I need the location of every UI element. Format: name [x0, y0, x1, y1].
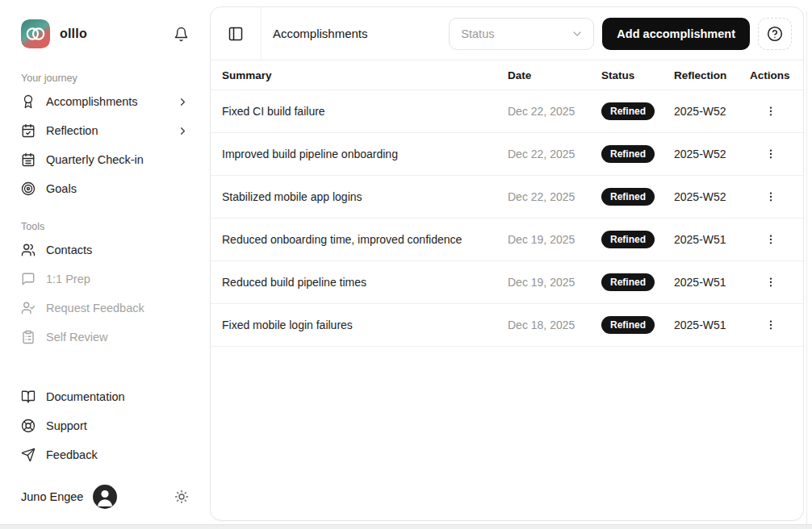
sidebar-item-contacts[interactable]: Contacts: [21, 235, 189, 264]
sidebar-item-label: Self Review: [46, 331, 108, 344]
row-actions-menu-icon[interactable]: [760, 143, 782, 165]
column-header-status: Status: [601, 69, 672, 81]
row-summary: Reduced onboarding time, improved confid…: [222, 233, 506, 246]
table-row[interactable]: Fixed mobile login failures Dec 18, 2025…: [211, 304, 803, 347]
accomplishments-panel: Accomplishments Status Add accomplishmen…: [210, 6, 804, 521]
sidebar-header: olllo: [21, 18, 189, 50]
sidebar-item-accomplishments[interactable]: Accomplishments: [21, 87, 189, 116]
avatar[interactable]: [93, 485, 117, 509]
status-badge: Refined: [601, 231, 655, 248]
app-logo: [21, 19, 50, 48]
status-badge: Refined: [601, 102, 655, 120]
row-reflection: 2025-W52: [674, 148, 748, 160]
table-row[interactable]: Stabilized mobile app logins Dec 22, 202…: [211, 176, 803, 219]
row-date: Dec 22, 2025: [508, 190, 600, 203]
row-reflection: 2025-W52: [674, 105, 748, 118]
column-header-date: Date: [508, 69, 600, 81]
book-open-icon: [21, 389, 36, 404]
sidebar-item-support[interactable]: Support: [21, 411, 189, 440]
sidebar-item-self-review[interactable]: Self Review: [21, 323, 189, 352]
status-badge: Refined: [601, 273, 655, 291]
page-title: Accomplishments: [273, 27, 368, 40]
users-icon: [21, 243, 36, 257]
sidebar-footer: Documentation Support Feedback Juno Enge…: [21, 382, 189, 524]
sidebar-item-feedback[interactable]: Feedback: [21, 440, 189, 469]
user-name: Juno Engee: [21, 490, 83, 503]
column-header-reflection: Reflection: [674, 69, 748, 81]
calendar-lines-icon: [21, 152, 36, 167]
row-reflection: 2025-W51: [674, 276, 748, 289]
user-check-icon: [21, 301, 36, 315]
table-header: Summary Date Status Reflection Actions: [211, 60, 803, 90]
sidebar-item-label: Request Feedback: [46, 302, 144, 314]
status-badge: Refined: [601, 145, 655, 163]
sidebar-item-label: Goals: [46, 182, 77, 195]
help-button[interactable]: [758, 18, 792, 50]
notifications-bell-icon[interactable]: [174, 27, 189, 42]
window-right-edge: [806, 11, 807, 524]
table-row[interactable]: Reduced build pipeline times Dec 19, 202…: [211, 261, 803, 304]
chevron-right-icon: [177, 125, 189, 137]
column-header-actions: Actions: [750, 69, 792, 81]
sidebar-item-label: Feedback: [46, 448, 98, 461]
status-filter-placeholder: Status: [461, 27, 494, 40]
row-summary: Reduced build pipeline times: [222, 276, 506, 289]
user-row: Juno Engee: [21, 482, 189, 511]
circle-help-icon: [767, 26, 783, 42]
row-date: Dec 19, 2025: [508, 233, 600, 246]
row-summary: Fixed CI build failure: [222, 105, 506, 118]
row-date: Dec 18, 2025: [508, 319, 600, 331]
row-actions-menu-icon[interactable]: [760, 228, 782, 251]
sidebar-item-quarterly-check-in[interactable]: Quarterly Check-in: [21, 145, 189, 174]
target-icon: [21, 181, 36, 196]
add-accomplishment-button[interactable]: Add accomplishment: [602, 18, 750, 50]
sidebar-item-documentation[interactable]: Documentation: [21, 382, 189, 411]
table-row[interactable]: Improved build pipeline onboarding Dec 2…: [211, 133, 803, 176]
row-summary: Stabilized mobile app logins: [222, 190, 506, 203]
calendar-check-icon: [21, 123, 36, 138]
header-divider: [261, 7, 262, 60]
status-badge: Refined: [601, 316, 655, 334]
row-summary: Fixed mobile login failures: [222, 319, 506, 331]
theme-toggle-sun-icon[interactable]: [174, 489, 189, 504]
chat-bubble-icon: [21, 272, 36, 286]
sidebar-item-label: Reflection: [46, 124, 98, 137]
row-reflection: 2025-W51: [674, 319, 748, 331]
sidebar-item-1-1-prep[interactable]: 1:1 Prep: [21, 264, 189, 294]
column-header-summary: Summary: [222, 69, 506, 81]
row-date: Dec 19, 2025: [508, 276, 600, 289]
status-filter-select[interactable]: Status: [449, 18, 594, 50]
row-actions-menu-icon[interactable]: [760, 185, 782, 208]
clipboard-list-icon: [21, 330, 36, 344]
sidebar-toggle-icon[interactable]: [222, 20, 249, 48]
sidebar-item-label: Accomplishments: [46, 95, 138, 108]
chevron-right-icon: [177, 96, 189, 108]
section-label-tools: Tools: [21, 221, 189, 232]
sidebar-item-label: 1:1 Prep: [46, 273, 90, 285]
table-row[interactable]: Fixed CI build failure Dec 22, 2025 Refi…: [211, 90, 803, 133]
row-summary: Improved build pipeline onboarding: [222, 148, 506, 160]
row-actions-menu-icon[interactable]: [760, 314, 782, 336]
row-date: Dec 22, 2025: [508, 148, 600, 160]
window-bottom-edge: [0, 524, 812, 529]
chevron-down-icon: [571, 27, 584, 40]
panel-header: Accomplishments Status Add accomplishmen…: [211, 7, 803, 60]
sidebar-item-label: Documentation: [46, 390, 125, 403]
status-badge: Refined: [601, 188, 655, 206]
table-row[interactable]: Reduced onboarding time, improved confid…: [211, 219, 803, 261]
sidebar-item-goals[interactable]: Goals: [21, 174, 189, 203]
award-icon: [21, 94, 36, 109]
life-buoy-icon: [21, 419, 36, 433]
sidebar-item-request-feedback[interactable]: Request Feedback: [21, 294, 189, 323]
sidebar-item-label: Quarterly Check-in: [46, 153, 144, 166]
sidebar-item-reflection[interactable]: Reflection: [21, 116, 189, 145]
row-reflection: 2025-W51: [674, 233, 748, 246]
sidebar-item-label: Support: [46, 419, 87, 432]
send-icon: [21, 448, 36, 462]
sidebar-item-label: Contacts: [46, 244, 92, 256]
row-actions-menu-icon[interactable]: [760, 100, 782, 123]
header-actions: Status Add accomplishment: [449, 18, 792, 50]
main-area: Accomplishments Status Add accomplishmen…: [210, 0, 812, 524]
row-actions-menu-icon[interactable]: [760, 271, 782, 294]
app-name: olllo: [60, 27, 87, 41]
